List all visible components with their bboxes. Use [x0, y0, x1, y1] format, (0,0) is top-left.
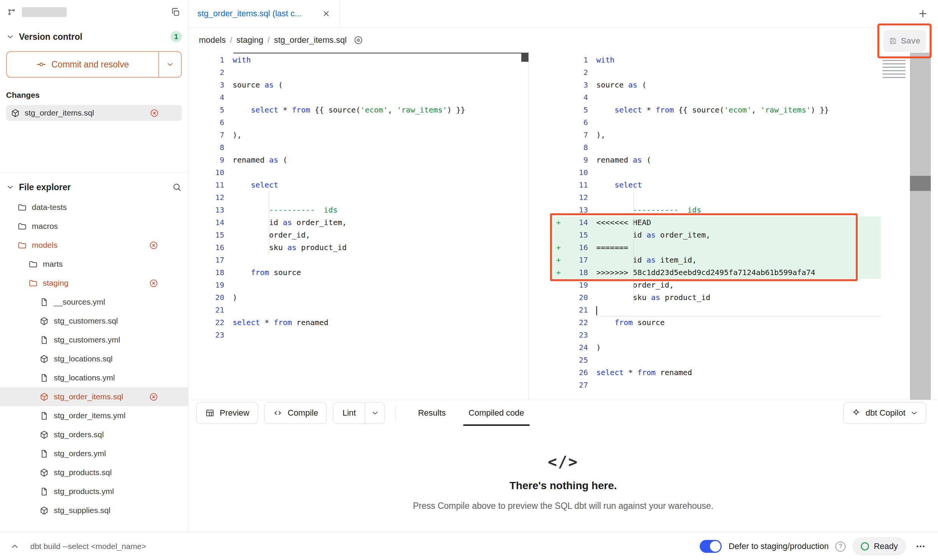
- code-line-27[interactable]: 27: [553, 379, 881, 391]
- code-line-19[interactable]: 19 order_id,: [553, 279, 881, 291]
- code-line-13[interactable]: 13 ---------- ids: [553, 204, 881, 216]
- code-line-24[interactable]: 24): [553, 341, 881, 354]
- code-line-25[interactable]: 25: [553, 354, 881, 366]
- save-button[interactable]: Save: [883, 30, 926, 52]
- new-tab-button[interactable]: [918, 8, 928, 19]
- revert-change-icon[interactable]: [150, 108, 159, 118]
- revert-change-icon[interactable]: [149, 241, 158, 250]
- code-line-1[interactable]: 1with: [553, 54, 881, 66]
- tree-item-stg_locations.yml[interactable]: stg_locations.yml: [0, 368, 188, 387]
- compile-button[interactable]: Compile: [264, 402, 327, 424]
- tree-item-stg_supplies.sql[interactable]: stg_supplies.sql: [0, 501, 188, 520]
- code-line-21[interactable]: 21: [188, 304, 528, 316]
- tree-item-stg_customers.sql[interactable]: stg_customers.sql: [0, 311, 188, 330]
- code-line-2[interactable]: 2: [188, 66, 528, 79]
- defer-toggle[interactable]: [700, 540, 722, 553]
- code-line-15[interactable]: 15 id as order_item,: [553, 229, 881, 241]
- close-tab-icon[interactable]: [322, 9, 330, 18]
- expand-panel-button[interactable]: [10, 541, 20, 551]
- code-line-16[interactable]: +16=======: [553, 241, 881, 254]
- code-line-22[interactable]: 22 from source: [553, 316, 881, 329]
- tree-item-stg_orders.yml[interactable]: stg_orders.yml: [0, 444, 188, 463]
- code-line-19[interactable]: 19: [188, 279, 528, 291]
- code-line-20[interactable]: 20): [188, 291, 528, 304]
- tab-compiled-code[interactable]: Compiled code: [457, 400, 536, 426]
- tree-item-marts[interactable]: marts: [0, 255, 188, 274]
- code-line-3[interactable]: 3source as (: [553, 79, 881, 91]
- code-line-6[interactable]: 6: [188, 116, 528, 129]
- code-line-14[interactable]: 14 id as order_item,: [188, 216, 528, 229]
- status-ready-badge[interactable]: Ready: [852, 537, 906, 555]
- tree-item-stg_locations.sql[interactable]: stg_locations.sql: [0, 349, 188, 368]
- preview-button[interactable]: Preview: [196, 402, 258, 424]
- tree-item-stg_order_items.yml[interactable]: stg_order_items.yml: [0, 406, 188, 425]
- code-line-7[interactable]: 7),: [188, 129, 528, 141]
- version-control-header[interactable]: Version control 1: [6, 28, 182, 45]
- tree-item-staging[interactable]: staging: [0, 274, 188, 293]
- lint-button[interactable]: Lint: [333, 403, 365, 424]
- code-line-5[interactable]: 5 select * from {{ source('ecom', 'raw_i…: [553, 104, 881, 116]
- code-line-23[interactable]: 23: [188, 329, 528, 341]
- command-input[interactable]: dbt build --select <model_name>: [30, 542, 146, 551]
- code-line-14[interactable]: +14<<<<<<< HEAD: [553, 216, 881, 229]
- code-line-4[interactable]: 4: [553, 91, 881, 104]
- code-line-16[interactable]: 16 sku as product_id: [188, 241, 528, 254]
- workflow-icon[interactable]: [8, 8, 16, 16]
- lineage-icon[interactable]: [353, 35, 363, 45]
- code-line-18[interactable]: 18 from source: [188, 266, 528, 279]
- file-explorer-header[interactable]: File explorer: [0, 177, 188, 198]
- code-line-11[interactable]: 11 select: [553, 179, 881, 191]
- code-line-13[interactable]: 13 ---------- ids: [188, 204, 528, 216]
- tree-item-stg_customers.yml[interactable]: stg_customers.yml: [0, 330, 188, 349]
- code-line-26[interactable]: 26select * from renamed: [553, 366, 881, 379]
- tab-stg-order-items-sql[interactable]: stg_order_items.sql (last c...: [188, 0, 340, 27]
- code-line-9[interactable]: 9renamed as (: [553, 154, 881, 166]
- commit-and-resolve-button[interactable]: Commit and resolve: [6, 51, 182, 78]
- breadcrumb-item[interactable]: staging: [236, 35, 263, 45]
- editor-scrollbar[interactable]: [910, 53, 931, 400]
- lint-options-caret[interactable]: [365, 403, 385, 424]
- code-line-17[interactable]: 17: [188, 254, 528, 266]
- breadcrumb-item[interactable]: stg_order_items.sql: [274, 35, 347, 45]
- code-line-9[interactable]: 9renamed as (: [188, 154, 528, 166]
- code-line-17[interactable]: +17 id as item_id,: [553, 254, 881, 266]
- code-line-8[interactable]: 8: [188, 141, 528, 154]
- search-icon[interactable]: [172, 182, 182, 192]
- tree-item-stg_products.sql[interactable]: stg_products.sql: [0, 463, 188, 482]
- copy-icon[interactable]: [170, 7, 180, 17]
- more-options-button[interactable]: [913, 539, 928, 554]
- code-line-23[interactable]: 23: [553, 329, 881, 341]
- tree-item-stg_products.yml[interactable]: stg_products.yml: [0, 482, 188, 501]
- tab-results[interactable]: Results: [406, 400, 457, 426]
- code-line-4[interactable]: 4: [188, 91, 528, 104]
- code-line-10[interactable]: 10: [553, 166, 881, 179]
- code-line-10[interactable]: 10: [188, 166, 528, 179]
- tree-item-stg_orders.sql[interactable]: stg_orders.sql: [0, 425, 188, 444]
- revert-change-icon[interactable]: [149, 392, 158, 402]
- code-line-6[interactable]: 6: [553, 116, 881, 129]
- code-line-3[interactable]: 3source as (: [188, 79, 528, 91]
- code-line-15[interactable]: 15 order_id,: [188, 229, 528, 241]
- code-line-2[interactable]: 2: [553, 66, 881, 79]
- code-line-22[interactable]: 22select * from renamed: [188, 316, 528, 329]
- tree-item-__sources.yml[interactable]: __sources.yml: [0, 293, 188, 311]
- code-line-20[interactable]: 20 sku as product_id: [553, 291, 881, 304]
- code-line-7[interactable]: 7),: [553, 129, 881, 141]
- code-line-11[interactable]: 11 select: [188, 179, 528, 191]
- tree-item-stg_order_items.sql[interactable]: stg_order_items.sql: [0, 387, 188, 406]
- dbt-copilot-button[interactable]: dbt Copilot: [843, 402, 926, 424]
- code-line-8[interactable]: 8: [553, 141, 881, 154]
- code-line-21[interactable]: 21: [553, 304, 881, 316]
- commit-options-caret[interactable]: [159, 52, 181, 77]
- code-line-1[interactable]: 1with: [188, 54, 528, 66]
- tree-item-macros[interactable]: macros: [0, 217, 188, 236]
- left-pane-scrollbar-thumb[interactable]: [521, 53, 528, 62]
- help-icon[interactable]: ?: [835, 541, 846, 552]
- breadcrumb-item[interactable]: models: [199, 35, 226, 45]
- code-line-12[interactable]: 12: [553, 191, 881, 204]
- editor-scrollbar-thumb[interactable]: [910, 176, 931, 191]
- code-line-18[interactable]: +18>>>>>>> 58c1dd23d5eebd9cd2495fa7124ab…: [553, 266, 881, 279]
- tree-item-data-tests[interactable]: data-tests: [0, 198, 188, 217]
- changed-file-item[interactable]: stg_order_items.sql: [6, 105, 182, 121]
- revert-change-icon[interactable]: [149, 278, 158, 288]
